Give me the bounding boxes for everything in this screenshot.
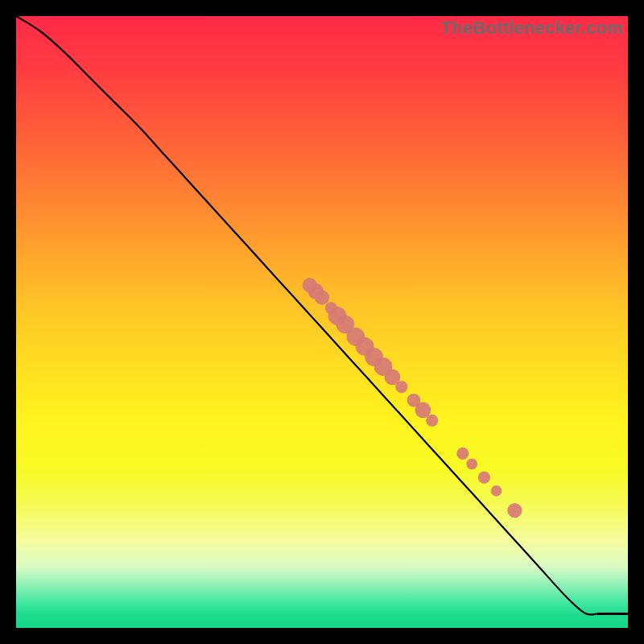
highlight-dot xyxy=(491,485,502,497)
highlight-dot xyxy=(426,415,438,427)
highlight-dot xyxy=(456,448,469,460)
highlight-dot xyxy=(466,458,477,469)
chart-frame: TheBottlenecker.com xyxy=(16,16,628,628)
highlight-dot xyxy=(315,290,329,304)
highlight-dot xyxy=(507,503,522,518)
watermark-text: TheBottlenecker.com xyxy=(441,18,623,39)
chart-overlay xyxy=(16,16,628,628)
highlight-dot xyxy=(478,471,490,483)
highlight-dot xyxy=(395,381,407,393)
highlight-dots xyxy=(303,278,522,518)
series-curve xyxy=(16,16,597,615)
